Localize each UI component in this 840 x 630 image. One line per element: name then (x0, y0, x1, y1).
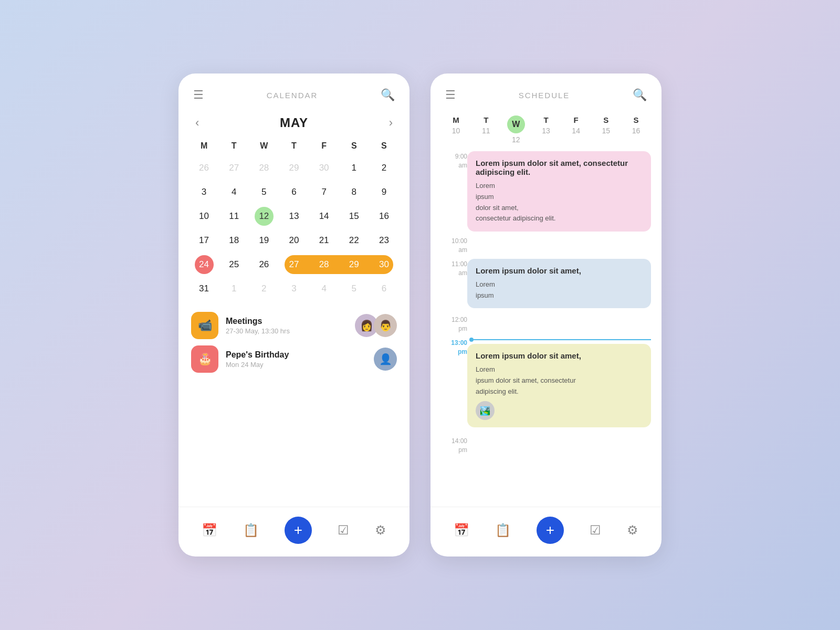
month-nav: ‹ MAY › (178, 110, 410, 132)
menu-icon[interactable]: ☰ (193, 88, 204, 102)
meetings-icon-wrap: 📹 (191, 312, 218, 339)
week-date-11: 11 (482, 127, 490, 135)
cal-day-27p[interactable]: 27 (219, 156, 249, 180)
meetings-text: Meetings 27-30 May, 13:30 hrs (226, 317, 348, 335)
slot-9am: 9:00am Lorem ipsum dolor sit amet, conse… (436, 151, 651, 236)
cal-day-16[interactable]: 16 (369, 205, 399, 228)
nav-check-button[interactable]: ☑ (338, 523, 349, 538)
search-icon[interactable]: 🔍 (381, 88, 395, 102)
day-header-s2: S (369, 136, 399, 155)
day-header-m: M (189, 136, 219, 155)
nav-settings-button[interactable]: ⚙ (375, 523, 386, 538)
cal-day-3n[interactable]: 3 (279, 277, 309, 300)
week-fri[interactable]: F 14 (561, 116, 591, 144)
schedule-nav-calendar-button[interactable]: 📅 (454, 523, 469, 538)
week-day-m: M (453, 116, 459, 124)
cal-day-18[interactable]: 18 (219, 229, 249, 252)
day-header-f: F (309, 136, 339, 155)
event-card-yellow[interactable]: Lorem ipsum dolor sit amet, Loremipsum d… (467, 344, 651, 427)
events-list: 📹 Meetings 27-30 May, 13:30 hrs 👩 👨 🎂 Pe… (178, 301, 410, 378)
cal-day-9[interactable]: 9 (369, 181, 399, 204)
cal-day-4[interactable]: 4 (219, 181, 249, 204)
cal-day-14[interactable]: 14 (309, 205, 339, 228)
slot-10am: 10:00am (436, 236, 651, 255)
schedule-nav-settings-button[interactable]: ⚙ (627, 523, 638, 538)
cal-day-29[interactable]: 29 (339, 253, 369, 276)
cal-day-8[interactable]: 8 (339, 181, 369, 204)
cal-day-11[interactable]: 11 (219, 205, 249, 228)
event-birthday[interactable]: 🎂 Pepe's Birthday Mon 24 May 👤 (191, 345, 397, 373)
time-14pm: 14:00pm (436, 436, 467, 455)
cal-day-26[interactable]: 26 (249, 253, 279, 276)
cal-day-26p[interactable]: 26 (189, 156, 219, 180)
cal-day-5[interactable]: 5 (249, 181, 279, 204)
nav-list-button[interactable]: 📋 (243, 523, 259, 538)
pink-card-title: Lorem ipsum dolor sit amet, consectetur … (476, 159, 643, 176)
cal-day-19[interactable]: 19 (249, 229, 279, 252)
time-10am: 10:00am (436, 236, 467, 255)
time-13pm: 13:00pm (436, 338, 467, 356)
calendar-grid: M T W T F S S 26 27 28 29 30 1 2 3 4 5 6… (178, 132, 410, 301)
slot-12pm: 12:00pm (436, 314, 651, 333)
week-sun[interactable]: S 16 (621, 116, 651, 144)
pink-card-body: Loremipsumdolor sit amet,consectetur adi… (476, 181, 643, 224)
cal-day-1[interactable]: 1 (339, 156, 369, 180)
cal-day-10[interactable]: 10 (189, 205, 219, 228)
cal-day-6n[interactable]: 6 (369, 277, 399, 300)
cal-day-25[interactable]: 25 (219, 253, 249, 276)
week-mon[interactable]: M 10 (441, 116, 471, 144)
cal-day-30[interactable]: 30 (369, 253, 399, 276)
cal-day-31[interactable]: 31 (189, 277, 219, 300)
schedule-search-icon[interactable]: 🔍 (633, 88, 647, 102)
cal-day-21[interactable]: 21 (309, 229, 339, 252)
next-month-button[interactable]: › (389, 116, 393, 130)
week-thu[interactable]: T 13 (531, 116, 561, 144)
event-card-pink[interactable]: Lorem ipsum dolor sit amet, consectetur … (467, 151, 651, 232)
cal-day-22[interactable]: 22 (339, 229, 369, 252)
schedule-nav-list-button[interactable]: 📋 (495, 523, 511, 538)
schedule-nav-check-button[interactable]: ☑ (590, 523, 601, 538)
event-card-blue[interactable]: Lorem ipsum dolor sit amet, Loremipsum (467, 259, 651, 309)
cal-day-24[interactable]: 24 (189, 253, 219, 276)
week-6: 31 1 2 3 4 5 6 (189, 277, 399, 300)
cal-day-2[interactable]: 2 (369, 156, 399, 180)
current-time-line (474, 339, 651, 340)
slot-11am: 11:00am Lorem ipsum dolor sit amet, Lore… (436, 259, 651, 313)
cal-day-30p[interactable]: 30 (309, 156, 339, 180)
weekday-headers: M T W T F S S (189, 136, 399, 155)
day-header-w: W (249, 136, 279, 155)
schedule-phone: ☰ SCHEDULE 🔍 M 10 T 11 W 12 T 13 F 14 S … (430, 74, 662, 556)
week-sat[interactable]: S 15 (591, 116, 621, 144)
schedule-menu-icon[interactable]: ☰ (445, 88, 456, 102)
cal-day-15[interactable]: 15 (339, 205, 369, 228)
cal-day-23[interactable]: 23 (369, 229, 399, 252)
schedule-nav-add-button[interactable]: + (537, 517, 564, 544)
cal-day-20[interactable]: 20 (279, 229, 309, 252)
cal-day-5n[interactable]: 5 (339, 277, 369, 300)
week-wed[interactable]: W 12 (501, 116, 531, 144)
cal-day-7[interactable]: 7 (309, 181, 339, 204)
cal-day-3[interactable]: 3 (189, 181, 219, 204)
nav-calendar-button[interactable]: 📅 (202, 523, 217, 538)
time-12pm: 12:00pm (436, 314, 467, 333)
cal-day-28[interactable]: 28 (309, 253, 339, 276)
cal-day-6[interactable]: 6 (279, 181, 309, 204)
cal-day-28p[interactable]: 28 (249, 156, 279, 180)
meetings-title: Meetings (226, 317, 348, 326)
cal-day-13[interactable]: 13 (279, 205, 309, 228)
cal-day-29p[interactable]: 29 (279, 156, 309, 180)
cal-day-2n[interactable]: 2 (249, 277, 279, 300)
week-tue[interactable]: T 11 (471, 116, 501, 144)
nav-add-button[interactable]: + (285, 517, 312, 544)
event-meetings[interactable]: 📹 Meetings 27-30 May, 13:30 hrs 👩 👨 (191, 312, 397, 339)
cal-day-12[interactable]: 12 (249, 205, 279, 228)
day-header-t2: T (279, 136, 309, 155)
cal-day-4n[interactable]: 4 (309, 277, 339, 300)
cal-day-1n[interactable]: 1 (219, 277, 249, 300)
prev-month-button[interactable]: ‹ (195, 116, 199, 130)
calendar-phone: ☰ CALENDAR 🔍 ‹ MAY › M T W T F S S 26 27… (178, 74, 410, 556)
time-9am: 9:00am (436, 151, 467, 170)
cal-day-27[interactable]: 27 (279, 253, 309, 276)
birthday-avatar: 👤 (374, 348, 397, 371)
cal-day-17[interactable]: 17 (189, 229, 219, 252)
